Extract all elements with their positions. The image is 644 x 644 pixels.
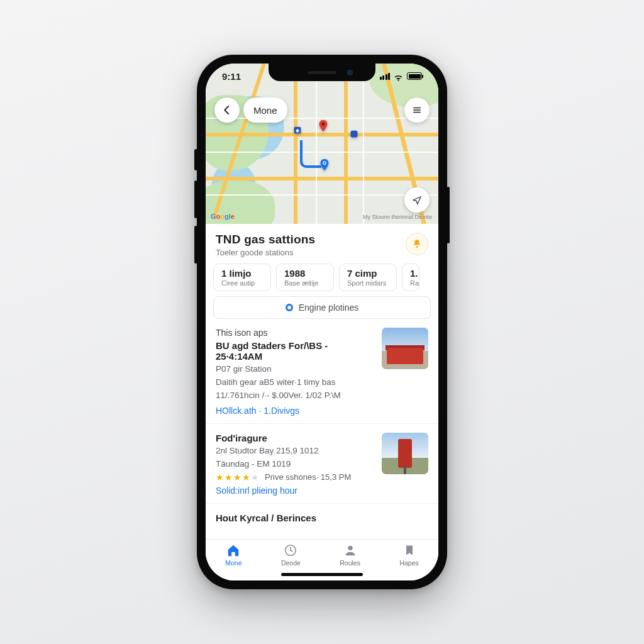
compass-icon (284, 543, 297, 557)
chip-sub: Ra (410, 279, 419, 287)
result-action-link[interactable]: HOllck.ath · 1.Divivgs (216, 406, 373, 416)
status-time: 9:11 (222, 71, 241, 82)
result-name: Hout Kyrcal / Berinces (216, 513, 428, 523)
home-indicator[interactable] (281, 573, 363, 576)
mute-switch (194, 149, 197, 170)
bell-icon (411, 238, 423, 250)
wifi-icon (394, 73, 403, 80)
notch (269, 64, 375, 81)
svg-text:◆: ◆ (296, 128, 300, 133)
tab-label: Hapes (399, 559, 418, 567)
star-icon: ★ (233, 473, 242, 482)
result-name: Fod'iragure (216, 433, 373, 443)
result-item[interactable]: Hout Kyrcal / Berinces (206, 503, 438, 525)
result-line: 11/.761hcin /·- $.00Ver. 1/02 P.\M (216, 390, 373, 401)
map-attribution: My Stounn thennnal Dicinte (363, 214, 432, 220)
speaker-grille (308, 71, 336, 74)
tab-label: Deode (281, 559, 301, 567)
battery-icon (407, 72, 422, 80)
engine-filter-button[interactable]: Engine plotines (213, 296, 431, 319)
search-pill[interactable]: Mone (243, 97, 287, 123)
power-button (447, 187, 450, 243)
tab-label: Roules (340, 559, 360, 567)
search-pill-label: Mone (253, 105, 277, 116)
tab-hapes[interactable]: Hapes (399, 543, 418, 567)
tab-home[interactable]: Mone (225, 543, 242, 567)
back-button[interactable] (214, 97, 240, 123)
map-pin-poi[interactable]: ◆ (292, 125, 303, 135)
result-thumbnail (382, 433, 428, 474)
google-logo: Google (211, 213, 235, 220)
map-pin-poi[interactable] (349, 129, 359, 139)
chip-title: 1. (410, 268, 419, 279)
chip-title: 7 cimp (347, 268, 389, 279)
result-line: 2nl Studtor Bay 215,9 1012 (216, 445, 373, 457)
cellular-icon (380, 73, 391, 80)
volume-up-button (194, 180, 197, 218)
result-line: Daitih gear aB5 witer·1 timy bas (216, 377, 373, 388)
result-action-link[interactable]: Solid:inrl plieing hour (216, 486, 373, 496)
results-sheet: TND gas sattions Toeler goode stations 1… (206, 224, 438, 580)
result-item[interactable]: Fod'iragure 2nl Studtor Bay 215,9 1012 T… (206, 423, 438, 503)
arrow-left-icon (221, 104, 233, 116)
screen: 9:11 (206, 64, 438, 580)
bookmark-icon (402, 543, 416, 557)
person-icon (343, 543, 357, 557)
star-icon: ★ (242, 473, 250, 482)
home-icon (226, 543, 240, 557)
chip-sub: Ciree autip (221, 279, 263, 287)
dot-icon (286, 304, 293, 311)
svg-point-0 (322, 123, 325, 126)
result-line: Täundag - EM 1019 (216, 458, 373, 470)
result-eyebrow: This ison aps (216, 328, 373, 338)
filter-chip[interactable]: 7 cimp Sport midars (339, 264, 397, 291)
map-street (206, 152, 438, 153)
map-route-line (300, 140, 321, 168)
result-rating: ★ ★ ★ ★ ★ Prive sshones· 15,3 PM (216, 472, 373, 482)
tab-label: Mone (225, 559, 242, 567)
svg-rect-5 (351, 131, 358, 138)
chip-title: 1988 (284, 268, 326, 279)
star-icon: ★ (225, 473, 233, 482)
notifications-button[interactable] (406, 233, 428, 255)
chip-sub: Base æitije (284, 279, 326, 287)
star-icon: ★ (251, 473, 259, 482)
engine-filter-label: Engine plotines (299, 303, 359, 313)
svg-point-8 (348, 546, 352, 550)
map-road (206, 177, 438, 180)
phone-frame: 9:11 (197, 55, 447, 589)
location-arrow-icon (411, 194, 423, 206)
hamburger-icon (412, 106, 422, 114)
tab-deode[interactable]: Deode (281, 543, 301, 567)
filter-chip[interactable]: 1 Iimjo Ciree autip (213, 264, 271, 291)
result-name: BU agd Staders For/\BS - 25·4:14AM (216, 340, 373, 362)
filter-chip-row[interactable]: 1 Iimjo Ciree autip 1988 Base æitije 7 c… (206, 260, 438, 296)
svg-point-6 (416, 246, 418, 248)
filter-chip[interactable]: 1988 Base æitije (276, 264, 334, 291)
map-pin-destination[interactable] (316, 119, 330, 133)
result-item[interactable]: This ison aps BU agd Staders For/\BS - 2… (206, 325, 438, 423)
svg-point-2 (324, 162, 326, 164)
chip-sub: Sport midars (347, 279, 389, 287)
star-icon: ★ (216, 473, 224, 482)
volume-down-button (194, 226, 197, 264)
result-rating-meta: Prive sshones· 15,3 PM (265, 472, 351, 482)
front-camera (347, 70, 353, 75)
filter-chip[interactable]: 1. Ra (402, 264, 419, 291)
menu-button[interactable] (404, 97, 430, 123)
chip-title: 1 Iimjo (221, 268, 263, 279)
tab-routes[interactable]: Roules (340, 543, 360, 567)
results-list[interactable]: This ison aps BU agd Staders For/\BS - 2… (206, 325, 438, 539)
sheet-title: TND gas sattions (216, 233, 315, 247)
recenter-button[interactable] (404, 187, 430, 213)
result-line: P07 gir Station (216, 364, 373, 375)
map-street (206, 194, 438, 196)
sheet-subtitle: Toeler goode stations (216, 248, 315, 257)
result-thumbnail (382, 328, 428, 369)
